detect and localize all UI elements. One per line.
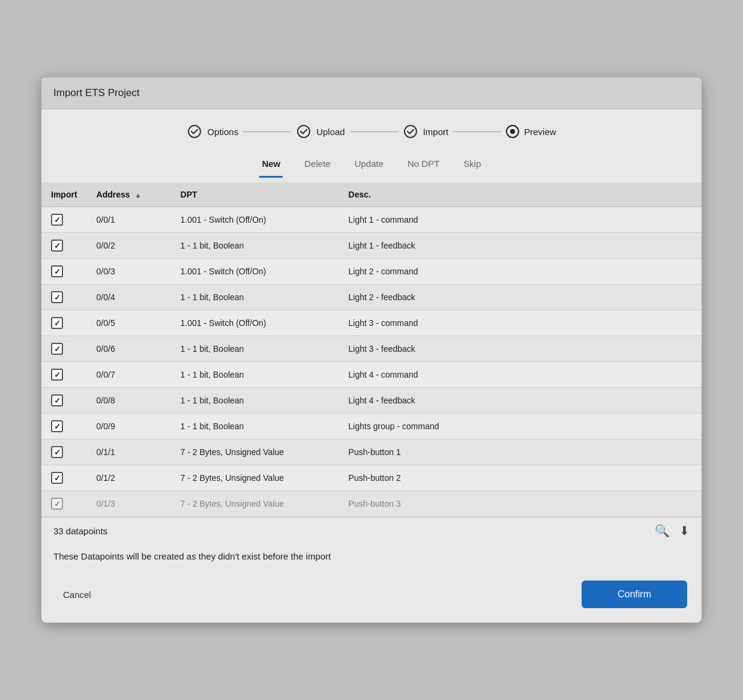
stepper: Options Upload Import [41,109,702,149]
table-row: 0/0/41 - 1 bit, BooleanLight 2 - feedbac… [41,285,702,310]
dpt-cell: 1 - 1 bit, Boolean [171,362,339,388]
footer-info-bar: 33 datapoints 🔍 ⬇ [41,517,702,544]
col-dpt: DPT [171,183,339,207]
download-icon[interactable]: ⬇ [679,523,690,538]
address-cell: 0/1/2 [87,465,171,491]
import-checkbox[interactable] [51,420,63,432]
tab-delete[interactable]: Delete [302,154,332,178]
dpt-cell: 1.001 - Switch (Off/On) [171,207,339,233]
import-dialog: Import ETS Project Options Upload [41,77,702,623]
table-row: 0/1/37 - 2 Bytes, Unsigned ValuePush-but… [41,491,702,517]
table-row: 0/1/17 - 2 Bytes, Unsigned ValuePush-but… [41,439,702,465]
import-checkbox[interactable] [51,369,63,381]
tab-update[interactable]: Update [352,154,386,178]
import-checkbox[interactable] [51,498,63,510]
import-cell [41,491,87,517]
step-upload-icon [296,124,311,139]
address-cell: 0/0/1 [87,207,171,233]
import-checkbox[interactable] [51,240,63,252]
import-checkbox[interactable] [51,291,63,303]
import-checkbox[interactable] [51,317,63,329]
table-row: 0/0/81 - 1 bit, BooleanLight 4 - feedbac… [41,388,702,414]
step-line-2 [350,131,398,132]
table-row: 0/0/11.001 - Switch (Off/On)Light 1 - co… [41,207,702,233]
address-cell: 0/0/4 [87,285,171,310]
cancel-button[interactable]: Cancel [56,585,98,605]
import-checkbox[interactable] [51,343,63,355]
sort-arrow-icon: ▲ [134,192,141,199]
step-preview-icon [506,125,519,138]
import-cell [41,310,87,336]
step-upload-label: Upload [316,127,345,137]
footer-icons: 🔍 ⬇ [655,523,690,538]
desc-cell: Light 2 - feedback [339,285,702,310]
dpt-cell: 1 - 1 bit, Boolean [171,336,339,362]
import-cell [41,336,87,362]
import-checkbox[interactable] [51,472,63,484]
step-preview: Preview [506,125,556,138]
import-checkbox[interactable] [51,265,63,277]
import-cell [41,207,87,233]
import-cell [41,388,87,414]
search-icon[interactable]: 🔍 [655,523,670,538]
address-cell: 0/0/6 [87,336,171,362]
dpt-cell: 1 - 1 bit, Boolean [171,414,339,439]
svg-point-2 [405,125,417,137]
tabs-bar: New Delete Update No DPT Skip [41,149,702,178]
tab-new[interactable]: New [259,154,283,178]
import-cell [41,465,87,491]
import-cell [41,285,87,310]
desc-cell: Light 3 - feedback [339,336,702,362]
dpt-cell: 7 - 2 Bytes, Unsigned Value [171,439,339,465]
tab-skip[interactable]: Skip [461,154,483,178]
datapoints-count: 33 datapoints [53,526,107,536]
step-import: Import [403,124,449,139]
step-import-icon [403,124,418,139]
address-cell: 0/0/5 [87,310,171,336]
desc-cell: Push-button 3 [339,491,702,517]
import-cell [41,414,87,439]
address-cell: 0/0/8 [87,388,171,414]
import-checkbox[interactable] [51,394,63,406]
table-header-row: Import Address ▲ DPT Desc. [41,183,702,207]
svg-point-0 [188,125,200,137]
table-row: 0/0/61 - 1 bit, BooleanLight 3 - feedbac… [41,336,702,362]
table-row: 0/1/27 - 2 Bytes, Unsigned ValuePush-but… [41,465,702,491]
col-desc: Desc. [339,183,702,207]
import-cell [41,362,87,388]
dialog-title: Import ETS Project [41,77,702,109]
datapoints-table-container: Import Address ▲ DPT Desc. 0/0/11.001 - … [41,183,702,517]
col-address[interactable]: Address ▲ [87,183,171,207]
info-text: These Datapoints will be created as they… [41,544,702,569]
svg-point-1 [298,125,310,137]
address-cell: 0/0/3 [87,259,171,285]
step-preview-label: Preview [524,127,556,137]
desc-cell: Light 1 - command [339,207,702,233]
step-line-3 [453,131,501,132]
address-cell: 0/0/9 [87,414,171,439]
desc-cell: Light 4 - command [339,362,702,388]
table-row: 0/0/71 - 1 bit, BooleanLight 4 - command [41,362,702,388]
table-row: 0/0/21 - 1 bit, BooleanLight 1 - feedbac… [41,233,702,259]
step-upload: Upload [296,124,345,139]
step-options-label: Options [207,127,238,137]
desc-cell: Push-button 1 [339,439,702,465]
desc-cell: Push-button 2 [339,465,702,491]
confirm-button[interactable]: Confirm [582,581,687,608]
step-options: Options [187,124,238,139]
table-row: 0/0/91 - 1 bit, BooleanLights group - co… [41,414,702,439]
tab-nodpt[interactable]: No DPT [405,154,442,178]
import-checkbox[interactable] [51,214,63,226]
step-options-icon [187,124,202,139]
dpt-cell: 7 - 2 Bytes, Unsigned Value [171,491,339,517]
dpt-cell: 7 - 2 Bytes, Unsigned Value [171,465,339,491]
dpt-cell: 1.001 - Switch (Off/On) [171,259,339,285]
dpt-cell: 1 - 1 bit, Boolean [171,388,339,414]
address-cell: 0/1/1 [87,439,171,465]
dpt-cell: 1 - 1 bit, Boolean [171,233,339,259]
desc-cell: Light 1 - feedback [339,233,702,259]
import-checkbox[interactable] [51,446,63,458]
import-cell [41,233,87,259]
desc-cell: Lights group - command [339,414,702,439]
desc-cell: Light 3 - command [339,310,702,336]
